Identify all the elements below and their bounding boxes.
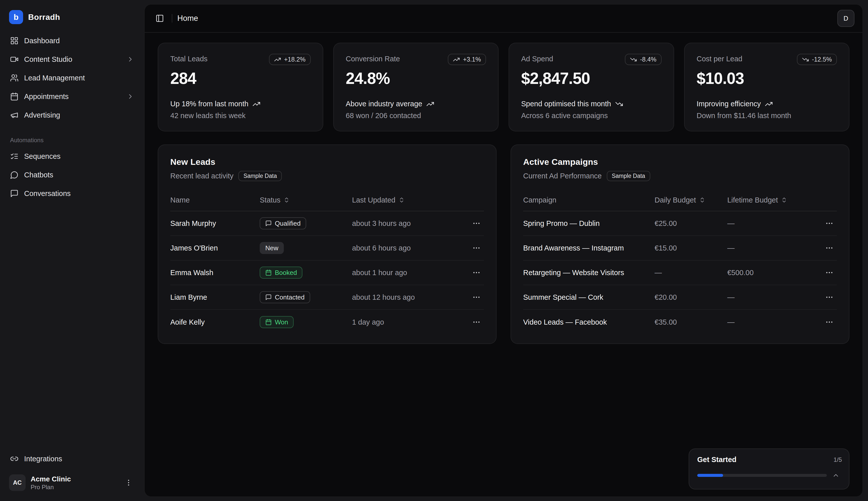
- get-started-collapse-button[interactable]: [830, 469, 842, 481]
- stat-value: $10.03: [697, 69, 837, 88]
- column-header-lifetime-budget[interactable]: Lifetime Budget: [727, 196, 817, 204]
- sidebar-item-label: Sequences: [24, 152, 61, 161]
- row-actions-button[interactable]: [469, 290, 484, 305]
- sort-icon: [398, 197, 405, 203]
- column-header-name: Name: [170, 196, 260, 204]
- column-header-last-updated[interactable]: Last Updated: [352, 196, 464, 204]
- more-horizontal-icon: [472, 219, 481, 228]
- row-actions-button[interactable]: [469, 241, 484, 256]
- sidebar-item-sequences[interactable]: Sequences: [5, 148, 139, 165]
- table-header: Campaign Daily Budget Lifetime Budget: [523, 189, 837, 211]
- lead-row: Liam Byrne Contacted about 12 hours ago: [170, 285, 484, 310]
- sidebar: b Borradh Dashboard Content Studio Lead …: [0, 0, 144, 501]
- sidebar-item-label: Dashboard: [24, 37, 60, 45]
- more-horizontal-icon: [825, 293, 834, 301]
- panel-subtitle: Current Ad Performance: [523, 172, 602, 180]
- stat-trend-badge: -8.4%: [625, 54, 661, 65]
- sidebar-item-chatbots[interactable]: Chatbots: [5, 166, 139, 183]
- stat-trend-badge: +18.2%: [269, 54, 311, 65]
- row-actions-button[interactable]: [822, 265, 837, 280]
- status-badge: Qualified: [260, 217, 306, 230]
- sidebar-item-conversations[interactable]: Conversations: [5, 185, 139, 202]
- message-circle-icon: [10, 171, 19, 179]
- campaign-lifetime-budget: —: [727, 293, 817, 301]
- sidebar-item-integrations[interactable]: Integrations: [5, 450, 139, 467]
- brand: b Borradh: [5, 6, 139, 32]
- row-actions-button[interactable]: [822, 290, 837, 305]
- stat-footer-sub: 68 won / 206 contacted: [346, 111, 486, 120]
- stat-card-ad-spend: Ad Spend -8.4% $2,847.50 Spend optimised…: [509, 43, 674, 131]
- campaign-name: Video Leads — Facebook: [523, 318, 654, 327]
- topbar: Home D: [145, 4, 862, 33]
- panels-row: New Leads Recent lead activity Sample Da…: [158, 145, 849, 344]
- trending-down-icon: [630, 56, 637, 63]
- campaign-row: Brand Awareness — Instagram €15.00 —: [523, 236, 837, 260]
- stat-card-total-leads: Total Leads +18.2% 284 Up 18% from last …: [158, 43, 323, 131]
- sidebar-item-content-studio[interactable]: Content Studio: [5, 51, 139, 68]
- lead-updated: about 1 hour ago: [352, 269, 464, 277]
- campaign-row: Video Leads — Facebook €35.00 —: [523, 310, 837, 334]
- more-horizontal-icon: [472, 244, 481, 252]
- row-actions-button[interactable]: [822, 216, 837, 231]
- campaign-daily-budget: €15.00: [654, 244, 727, 252]
- sidebar-item-label: Lead Management: [24, 74, 85, 82]
- stat-value: 24.8%: [346, 69, 486, 88]
- sidebar-item-label: Appointments: [24, 93, 68, 101]
- campaign-row: Spring Promo — Dublin €25.00 —: [523, 211, 837, 236]
- stat-footer-sub: 42 new leads this week: [170, 111, 311, 120]
- stat-footer-main: Improving efficiency: [697, 100, 837, 108]
- chevron-right-icon: [127, 55, 134, 63]
- user-avatar[interactable]: D: [837, 10, 855, 27]
- sidebar-toggle-button[interactable]: [152, 10, 168, 26]
- sidebar-spacer: [5, 202, 139, 450]
- panel-title: Active Campaigns: [523, 157, 837, 167]
- sidebar-item-advertising[interactable]: Advertising: [5, 107, 139, 124]
- column-header-daily-budget[interactable]: Daily Budget: [654, 196, 727, 204]
- stat-title: Total Leads: [170, 54, 207, 63]
- stat-card-cost-per-lead: Cost per Lead -12.5% $10.03 Improving ef…: [684, 43, 850, 131]
- app-root: b Borradh Dashboard Content Studio Lead …: [0, 0, 868, 501]
- lead-row: James O'Brien New about 6 hours ago: [170, 236, 484, 260]
- sample-data-badge: Sample Data: [238, 171, 282, 181]
- campaign-lifetime-budget: —: [727, 318, 817, 327]
- lead-row: Sarah Murphy Qualified about 3 hours ago: [170, 211, 484, 236]
- org-switcher[interactable]: AC Acme Clinic Pro Plan: [5, 471, 139, 494]
- sample-data-badge: Sample Data: [607, 171, 650, 181]
- campaign-daily-budget: —: [654, 269, 727, 277]
- row-actions-button[interactable]: [469, 265, 484, 280]
- lead-updated: about 6 hours ago: [352, 244, 464, 252]
- sidebar-item-lead-management[interactable]: Lead Management: [5, 70, 139, 86]
- status-badge: New: [260, 242, 284, 254]
- column-header-status[interactable]: Status: [260, 196, 352, 204]
- org-menu-button[interactable]: [122, 476, 135, 489]
- row-actions-button[interactable]: [822, 315, 837, 330]
- sidebar-item-appointments[interactable]: Appointments: [5, 88, 139, 105]
- sidebar-automations-nav: Sequences Chatbots Conversations: [5, 148, 139, 202]
- sidebar-item-label: Integrations: [24, 455, 62, 463]
- campaign-name: Retargeting — Website Visitors: [523, 269, 654, 277]
- row-actions-button[interactable]: [822, 241, 837, 256]
- megaphone-icon: [10, 111, 19, 119]
- chevron-up-icon: [832, 472, 839, 479]
- status-badge: Contacted: [260, 291, 310, 303]
- campaign-name: Brand Awareness — Instagram: [523, 244, 654, 252]
- panel-title: New Leads: [170, 157, 484, 167]
- sidebar-item-dashboard[interactable]: Dashboard: [5, 32, 139, 49]
- panel-left-icon: [155, 14, 164, 23]
- status-badge: Booked: [260, 267, 302, 279]
- stat-footer-main: Above industry average: [346, 100, 486, 108]
- stat-trend-badge: +3.1%: [448, 54, 486, 65]
- active-campaigns-panel: Active Campaigns Current Ad Performance …: [511, 145, 849, 344]
- campaigns-table: Campaign Daily Budget Lifetime Budget: [523, 189, 837, 334]
- row-actions-button[interactable]: [469, 216, 484, 231]
- sort-icon: [781, 197, 788, 203]
- get-started-progress-label: 1/5: [834, 456, 842, 463]
- more-horizontal-icon: [825, 244, 834, 252]
- row-actions-button[interactable]: [469, 315, 484, 330]
- sidebar-item-label: Content Studio: [24, 55, 72, 64]
- message-square-icon: [10, 189, 19, 198]
- campaign-lifetime-budget: —: [727, 219, 817, 228]
- brand-name: Borradh: [28, 13, 60, 22]
- trending-up-icon: [765, 100, 773, 108]
- trending-up-icon: [453, 56, 460, 63]
